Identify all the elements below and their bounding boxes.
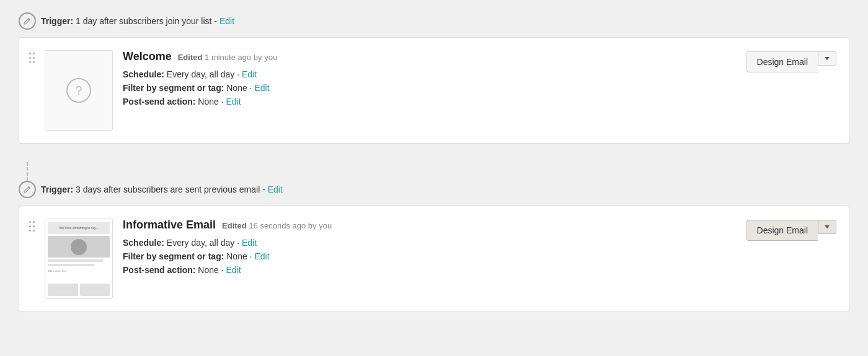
connector-line <box>27 162 28 181</box>
email-card-2: We have something to say... Add a photo … <box>19 206 849 312</box>
filter-label-2: Filter by segment or tag: <box>123 251 224 261</box>
sequence-block-1: Trigger: 1 day after subscribers join yo… <box>19 12 849 144</box>
drag-dot <box>29 225 31 227</box>
trigger-icon-2 <box>19 181 36 198</box>
thumb-text-line <box>48 264 94 266</box>
thumbnail-preview-2: We have something to say... Add a photo … <box>45 219 112 298</box>
post-send-edit-link-2[interactable]: Edit <box>226 265 241 275</box>
thumb-footer <box>48 284 110 296</box>
trigger-label-1: Trigger: <box>41 16 73 26</box>
drag-dot <box>33 57 35 59</box>
trigger-description-1: 1 day after subscribers join your list <box>76 16 211 26</box>
email-info-1: Welcome Edited 1 minute ago by you Sched… <box>123 50 737 106</box>
trigger-line-2: Trigger: 3 days after subscribers are se… <box>19 181 849 198</box>
filter-edit-link-2[interactable]: Edit <box>254 251 269 261</box>
thumb-placeholder-text: Add a photo here <box>48 269 110 272</box>
thumb-footer-box <box>48 284 78 296</box>
schedule-label-1: Schedule: <box>123 69 164 79</box>
email-actions-1: Design Email <box>746 51 836 72</box>
trigger-edit-link-2[interactable]: Edit <box>268 185 283 194</box>
drag-dot <box>29 57 31 59</box>
email-title-row-1: Welcome Edited 1 minute ago by you <box>123 50 737 63</box>
email-name-1: Welcome <box>123 50 172 63</box>
pencil-icon <box>23 17 32 25</box>
post-send-value-2: None <box>198 265 218 275</box>
edited-time-2: 16 seconds ago by you <box>249 221 332 230</box>
post-send-line-2: Post-send action: None · Edit <box>123 265 737 275</box>
drag-dot <box>29 230 31 232</box>
schedule-value-2: Every day, all day <box>167 238 234 248</box>
trigger-line-1: Trigger: 1 day after subscribers join yo… <box>19 12 849 30</box>
pencil-icon-2 <box>23 185 32 194</box>
drag-dot <box>33 53 35 54</box>
drag-dot <box>29 61 31 63</box>
filter-line-1: Filter by segment or tag: None · Edit <box>123 83 737 93</box>
drag-dot <box>33 225 35 227</box>
page-container: Trigger: 1 day after subscribers join yo… <box>0 0 868 356</box>
sequence-block-2: Trigger: 3 days after subscribers are se… <box>19 181 849 312</box>
email-edited-2: Edited 16 seconds ago by you <box>222 221 332 230</box>
post-send-line-1: Post-send action: None · Edit <box>123 97 737 106</box>
email-thumbnail-2: We have something to say... Add a photo … <box>45 219 113 299</box>
email-name-2: Informative Email <box>123 219 216 232</box>
drag-dot <box>33 221 35 223</box>
chevron-down-icon-2 <box>825 225 830 228</box>
post-send-edit-link-1[interactable]: Edit <box>226 97 241 106</box>
filter-label-1: Filter by segment or tag: <box>123 83 224 93</box>
drag-handle-1[interactable] <box>29 50 35 63</box>
chevron-down-icon <box>825 57 830 60</box>
edited-time-1: 1 minute ago by you <box>205 53 277 62</box>
filter-line-2: Filter by segment or tag: None · Edit <box>123 251 737 261</box>
edited-label-1: Edited <box>178 53 203 62</box>
drag-dot <box>29 221 31 223</box>
email-meta-2: Schedule: Every day, all day · Edit Filt… <box>123 238 737 275</box>
post-send-label-1: Post-send action: <box>123 97 195 106</box>
design-email-button-1[interactable]: Design Email <box>746 51 818 72</box>
schedule-line-1: Schedule: Every day, all day · Edit <box>123 69 737 79</box>
trigger-edit-link-1[interactable]: Edit <box>219 16 234 26</box>
schedule-value-1: Every day, all day <box>167 69 234 79</box>
design-email-button-2[interactable]: Design Email <box>746 220 818 241</box>
schedule-line-2: Schedule: Every day, all day · Edit <box>123 238 737 248</box>
email-edited-1: Edited 1 minute ago by you <box>178 53 277 62</box>
email-thumbnail-1: ? <box>45 50 113 131</box>
drag-dot <box>33 230 35 232</box>
post-send-label-2: Post-send action: <box>123 265 195 275</box>
thumb-text-line <box>48 259 104 262</box>
thumb-banner <box>48 236 110 258</box>
trigger-icon-1 <box>19 12 36 30</box>
email-card-1: ? Welcome Edited 1 minute ago by you Sch… <box>19 37 849 144</box>
schedule-edit-link-1[interactable]: Edit <box>242 69 257 79</box>
drag-dot <box>29 53 31 54</box>
email-info-2: Informative Email Edited 16 seconds ago … <box>123 219 737 275</box>
schedule-label-2: Schedule: <box>123 238 164 248</box>
question-mark-icon: ? <box>66 78 91 103</box>
thumb-footer-box <box>80 284 110 296</box>
filter-edit-link-1[interactable]: Edit <box>254 83 269 93</box>
thumbnail-placeholder-1: ? <box>45 51 112 130</box>
post-send-value-1: None <box>198 97 218 106</box>
thumb-header: We have something to say... <box>48 222 110 234</box>
email-meta-1: Schedule: Every day, all day · Edit Filt… <box>123 69 737 106</box>
edited-label-2: Edited <box>222 221 247 230</box>
filter-value-2: None <box>226 251 247 261</box>
email-title-row-2: Informative Email Edited 16 seconds ago … <box>123 219 737 232</box>
trigger-text-2: Trigger: 3 days after subscribers are se… <box>41 185 283 194</box>
trigger-description-2: 3 days after subscribers are sent previo… <box>76 185 260 194</box>
design-email-dropdown-2[interactable] <box>818 220 836 234</box>
filter-value-1: None <box>226 83 247 93</box>
email-actions-2: Design Email <box>746 220 836 241</box>
schedule-edit-link-2[interactable]: Edit <box>242 238 257 248</box>
drag-dot <box>33 61 35 63</box>
design-email-dropdown-1[interactable] <box>818 51 836 66</box>
trigger-label-2: Trigger: <box>41 185 73 194</box>
drag-handle-2[interactable] <box>29 219 35 232</box>
trigger-text-1: Trigger: 1 day after subscribers join yo… <box>41 16 234 26</box>
